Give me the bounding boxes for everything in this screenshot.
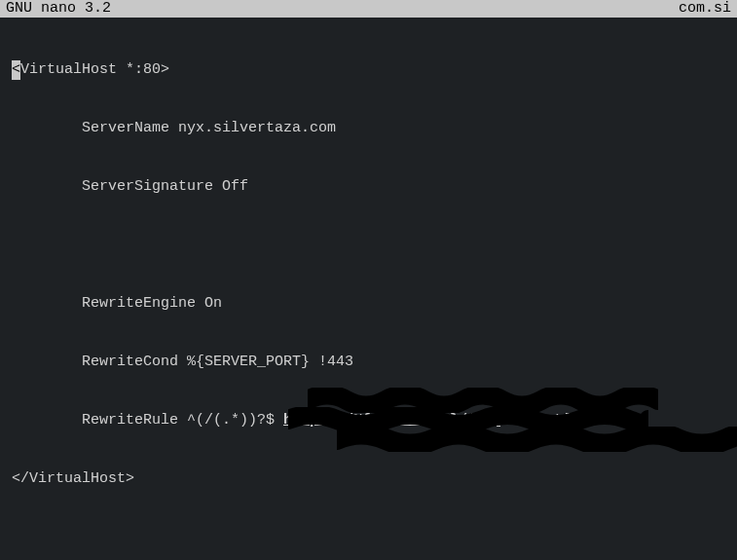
- editor-titlebar: GNU nano 3.2 com.si: [0, 0, 737, 18]
- code-line: RewriteEngine On: [0, 294, 737, 314]
- code-line: </VirtualHost>: [0, 469, 737, 489]
- redaction-scribble: [253, 388, 613, 413]
- code-line: ServerName nyx.silvertaza.com: [0, 119, 737, 138]
- code-line: ServerSignature Off: [0, 177, 737, 197]
- code-line: [0, 528, 737, 547]
- text-cursor: <: [12, 60, 20, 80]
- editor-name-version: GNU nano 3.2: [6, 0, 111, 18]
- editor-filename-partial: com.si: [679, 0, 731, 18]
- code-line: [0, 236, 737, 255]
- code-line: <VirtualHost *:80>: [0, 60, 737, 80]
- editor-textarea[interactable]: <VirtualHost *:80> ServerName nyx.silver…: [0, 18, 737, 560]
- code-line: RewriteRule ^(/(.*))?$ https://%{HTTP_HO…: [0, 411, 737, 430]
- code-line: RewriteCond %{SERVER_PORT} !443: [0, 353, 737, 372]
